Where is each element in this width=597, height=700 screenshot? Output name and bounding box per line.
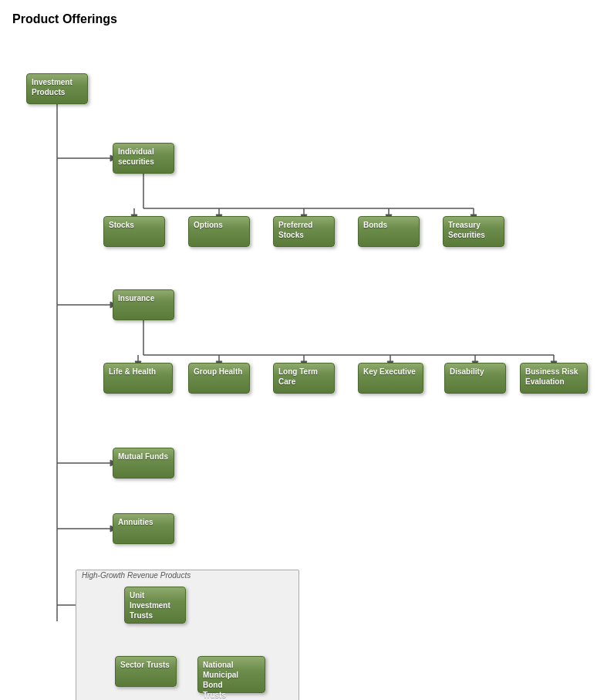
node-stocks: Stocks: [103, 216, 165, 247]
group-label: High-Growth Revenue Products: [82, 571, 191, 580]
node-preferred-stocks: PreferredStocks: [273, 216, 335, 247]
high-growth-group: [76, 570, 299, 700]
node-long-term-care: Long TermCare: [273, 363, 335, 394]
node-options: Options: [188, 216, 250, 247]
page-title: Product Offerings: [12, 12, 585, 26]
node-sector-trusts: Sector Trusts: [115, 656, 177, 687]
node-disability: Disability: [444, 363, 506, 394]
node-life-health: Life & Health: [103, 363, 173, 394]
node-treasury-securities: TreasurySecurities: [443, 216, 504, 247]
node-key-executive: Key Executive: [358, 363, 423, 394]
node-insurance: Insurance: [113, 289, 174, 320]
node-business-risk: Business RiskEvaluation: [520, 363, 588, 394]
node-group-health: Group Health: [188, 363, 250, 394]
node-individual-securities: Individualsecurities: [113, 143, 174, 174]
node-annuities: Annuities: [113, 513, 174, 544]
node-national-municipal: NationalMunicipal BondTrusts: [197, 656, 265, 693]
diagram: High-Growth Revenue Products InvestmentP…: [12, 39, 591, 700]
node-unit-investment-trusts: UnitInvestmentTrusts: [124, 587, 186, 624]
node-bonds: Bonds: [358, 216, 420, 247]
node-mutual-funds: Mutual Funds: [113, 448, 174, 479]
node-investment-products: InvestmentProducts: [26, 73, 88, 104]
